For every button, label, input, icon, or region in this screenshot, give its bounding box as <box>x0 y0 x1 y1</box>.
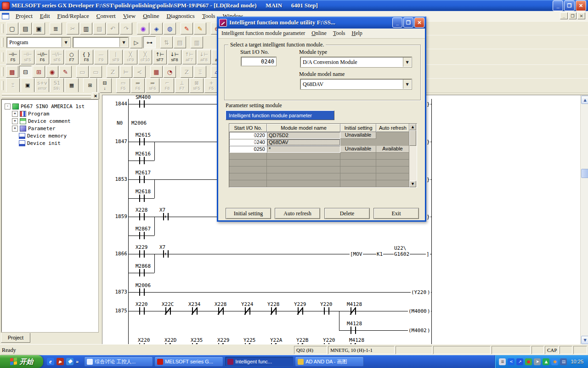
scroll-down-icon[interactable]: ▼ <box>409 181 416 187</box>
device-find-button[interactable]: ◉ <box>46 66 58 78</box>
collapse-icon[interactable]: - <box>5 104 11 109</box>
cell-model-name[interactable]: Q68DAV <box>267 139 340 146</box>
entry-monitor-button[interactable]: ◔ <box>164 66 176 78</box>
close-icon[interactable]: ✕ <box>92 92 99 99</box>
explorer-icon[interactable]: ❖ <box>66 358 74 365</box>
dialog-menu-online[interactable]: Online <box>308 29 330 38</box>
dialog-close-button[interactable]: ✕ <box>414 17 424 28</box>
network-arrow-icon[interactable]: ↗ <box>516 358 523 365</box>
panel-drag-handle[interactable] <box>2 93 91 96</box>
taskbar-task[interactable]: Intelligent func... <box>225 356 294 367</box>
menu-edit[interactable]: Edit <box>36 12 54 21</box>
dialog-maximize-button[interactable]: ❐ <box>403 17 413 28</box>
pulse-contact-button[interactable]: ↑⊢sF7 <box>153 50 167 64</box>
table-row[interactable]: 0240Q68DAVAvailableAvailable <box>229 139 417 146</box>
block-a-button[interactable]: ▦ <box>65 78 79 93</box>
new-project-button[interactable]: ▢ <box>6 23 18 34</box>
initial-setting-button[interactable]: Initial setting <box>226 208 271 219</box>
block-b-button[interactable]: ⊞ <box>83 78 97 93</box>
open-project-button[interactable]: ▤ <box>19 23 32 34</box>
dialog-minimize-button[interactable]: _ <box>392 17 402 28</box>
tree-item-device-comment[interactable]: +Device comment <box>2 117 98 125</box>
panel-drag-handle[interactable] <box>2 96 91 98</box>
scrollbar-thumb[interactable] <box>581 169 588 178</box>
menu-diagnostics[interactable]: Diagnostics <box>163 12 198 21</box>
project-tree-edit-button[interactable]: ⊞ <box>33 66 45 78</box>
block-c-button[interactable]: ⊟↓ <box>98 78 112 93</box>
antivirus-status-icon[interactable]: ● <box>525 358 532 365</box>
scroll-up-icon[interactable]: ▲ <box>409 124 416 130</box>
cell-auto-refresh[interactable]: Available <box>229 132 262 132</box>
menu-view[interactable]: View <box>119 12 139 21</box>
project-data-list-button[interactable]: ⊶ <box>143 36 156 48</box>
media-icon[interactable]: ▸ <box>57 358 64 365</box>
mdi-close-button[interactable]: ✕ <box>577 12 585 19</box>
taskbar-task[interactable]: MELSOFT series G... <box>154 356 223 367</box>
expand-icon[interactable]: + <box>12 118 18 124</box>
table-scrollbar[interactable]: ▲ ▼ <box>409 124 417 187</box>
project-panel-header[interactable]: ✕ <box>1 93 99 98</box>
chevron-down-icon[interactable]: ▼ <box>403 58 411 67</box>
toolbar-grip[interactable] <box>1 52 4 62</box>
dialog-menu-help[interactable]: Help <box>348 29 365 38</box>
close-button[interactable]: ✕ <box>576 0 586 11</box>
taskbar-task[interactable]: AD AND DA - 画图 <box>295 356 364 367</box>
write-mode-button[interactable]: ✎ <box>181 23 193 34</box>
chevron-down-icon[interactable]: ▼ <box>403 80 411 89</box>
table-row[interactable]: 0250*UnavailableAvailable <box>229 146 417 153</box>
vertical-scrollbar[interactable]: ▲ ▼ <box>580 95 588 345</box>
table-row[interactable]: 0220QD75D2UnavailableAvailable <box>229 132 417 139</box>
cell-initial-setting[interactable]: Unavailable <box>340 146 376 153</box>
exit-button[interactable]: Exit <box>373 208 419 219</box>
scroll-up-icon[interactable]: ▲ <box>581 96 588 104</box>
tab-project[interactable]: Project <box>1 333 30 343</box>
ladder-view-button[interactable]: ▩ <box>6 66 18 78</box>
cell-start-io[interactable]: 0250 <box>229 146 267 153</box>
ladder-monitor-button[interactable]: ◉ <box>137 23 149 34</box>
cell-model-name[interactable]: QD75D2 <box>267 132 340 139</box>
quick-launch-overflow[interactable]: » <box>76 359 79 364</box>
save-project-button[interactable]: ▣ <box>33 23 45 34</box>
menu-project[interactable]: Project <box>12 12 36 21</box>
module-type-select[interactable]: D/A Conversion Module ▼ <box>300 57 412 67</box>
restore-button[interactable]: ❐ <box>564 0 575 11</box>
delete-button[interactable]: Delete <box>324 208 370 219</box>
cell-initial-setting[interactable]: Unavailable <box>340 132 376 139</box>
menu-online[interactable]: Online <box>139 12 163 21</box>
dialog-menu-intelligent-function-module-parameter[interactable]: Intelligent function module parameter <box>218 29 308 38</box>
device-edit-button[interactable]: ✎ <box>59 66 72 78</box>
auto-refresh-button[interactable]: Auto refresh <box>275 208 320 219</box>
pulsef-contact-button[interactable]: ↓⊢sF8 <box>168 50 181 64</box>
monitor-write-mode-button[interactable]: ✎ <box>194 23 206 34</box>
expand-icon[interactable]: + <box>12 126 18 132</box>
macro-button[interactable]: ▷ <box>130 36 142 48</box>
cell-auto-refresh[interactable]: Available <box>229 139 262 139</box>
chevron-down-icon[interactable]: ▼ <box>62 38 70 47</box>
monitor-start-button[interactable]: ◈ <box>150 23 163 34</box>
application-instruction-button[interactable]: { }F8 <box>79 50 93 64</box>
scrollbar-thumb[interactable] <box>409 130 416 146</box>
start-io-input[interactable] <box>241 57 276 66</box>
mdi-document-icon[interactable] <box>2 13 9 19</box>
start-button[interactable]: 开始 <box>0 355 43 368</box>
open-contact-button[interactable]: ⊣⊢F5 <box>6 50 20 64</box>
tree-item-parameter[interactable]: +Parameter <box>2 125 98 132</box>
chevron-down-icon[interactable]: ▼ <box>119 38 128 47</box>
cell-model-name[interactable]: * <box>267 146 340 153</box>
model-name-select[interactable]: Q68DAV ▼ <box>300 79 412 89</box>
menu-tools[interactable]: Tools <box>198 12 219 21</box>
close-contact-button[interactable]: ⊣∕⊢F6 <box>35 50 49 64</box>
coil-button[interactable]: ○F7 <box>65 50 79 64</box>
hide-icons-icon[interactable]: < <box>508 358 514 365</box>
expand-icon[interactable]: + <box>12 111 18 117</box>
minimize-button[interactable]: _ <box>553 0 563 11</box>
cascade-button[interactable]: ▣ <box>21 78 34 93</box>
project-tree-toggle-button[interactable]: ⊟ <box>19 66 32 78</box>
mdi-minimize-button[interactable]: _ <box>560 12 568 19</box>
tree-item-program[interactable]: +Program <box>2 110 98 117</box>
menu-find-replace[interactable]: Find/Replace <box>54 12 93 21</box>
tree-item-device-memory[interactable]: Device memory <box>2 132 98 139</box>
print-button[interactable]: ≣ <box>50 23 62 34</box>
device-combo[interactable]: ▼ <box>73 37 128 47</box>
monitor-stop-button[interactable]: ◍ <box>164 23 176 34</box>
